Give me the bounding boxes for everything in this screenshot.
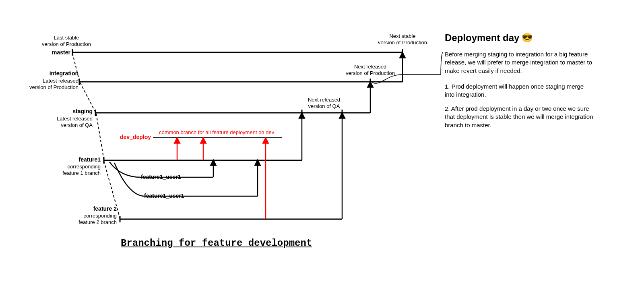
integration-name: integration (22, 70, 78, 77)
dev-deploy-note: common branch for all feature deployment… (159, 129, 274, 136)
sunglasses-emoji-icon: 😎 (522, 33, 533, 43)
diagram-title: Branching for feature development (121, 238, 312, 249)
feature1-sub: corresponding feature 1 branch (42, 164, 101, 177)
master-top-note: Last stable version of Production (34, 35, 99, 48)
side-heading: Deployment day 😎 (445, 32, 533, 44)
integration-right-note: Next released version of Production (330, 64, 411, 77)
staging-right-note: Next released version of QA (290, 97, 358, 110)
staging-name: staging (46, 108, 93, 115)
feature2-name: feature 2 (64, 205, 117, 213)
master-right-note: Next stable version of Production (368, 33, 437, 46)
dev-deploy-name: dev_deploy (103, 134, 151, 141)
side-para1: Before merging staging to integration fo… (445, 50, 594, 75)
feature1-user1-b: feature1_user1 (144, 193, 184, 200)
side-item1: 1. Prod deployment will happen once stag… (445, 83, 594, 99)
staging-sub: Latest released version of QA (38, 116, 93, 129)
feature2-sub: corresponding feature 2 branch (58, 213, 117, 226)
side-heading-text: Deployment day (445, 32, 519, 44)
feature1-name: feature1 (52, 156, 101, 164)
feature1-user1-b-line (114, 163, 258, 196)
feature1-user1-a: feature1_user1 (141, 174, 181, 181)
integration-sub: Latest released version of Production (16, 78, 78, 91)
master-name: master (28, 49, 70, 56)
side-item2: 2. After prod deployment in a day or two… (445, 105, 594, 129)
